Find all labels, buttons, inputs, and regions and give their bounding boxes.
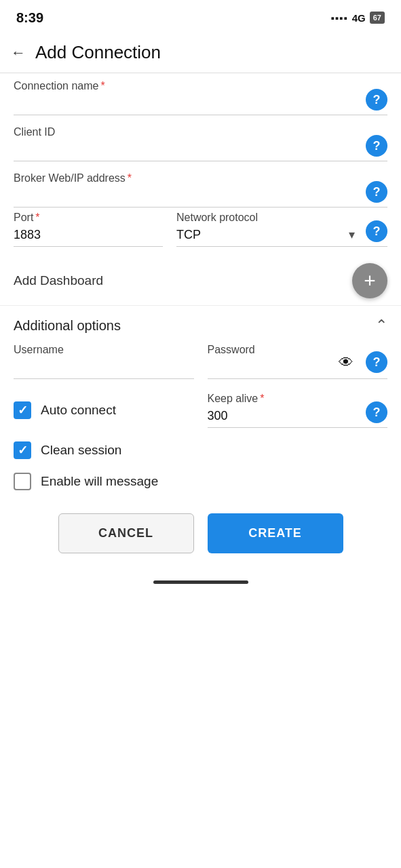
cancel-button[interactable]: CANCEL [58,513,194,553]
port-input[interactable] [14,226,163,243]
network-protocol-label: Network protocol [176,212,345,224]
home-bar [153,580,248,584]
signal-icon: ▪▪▪▪ [330,12,347,24]
auto-connect-label: Auto connect [41,403,116,418]
network-protocol-help-button[interactable]: ? [366,220,387,242]
header: ← Add Connection [0,33,401,73]
enable-will-message-checkbox[interactable] [14,473,31,490]
broker-address-label: Broker Web/IP address* [14,172,359,184]
password-field: Password 👁 ? [208,344,388,379]
auto-connect-checkbox[interactable]: ✓ [14,401,31,419]
keep-alive-help-button[interactable]: ? [366,401,387,423]
status-time: 8:39 [16,10,43,26]
password-visibility-toggle-icon[interactable]: 👁 [339,354,354,372]
add-dashboard-label: Add Dashboard [14,273,103,288]
password-label: Password [208,344,337,356]
client-id-field: Client ID ? [14,119,387,161]
create-button[interactable]: CREATE [208,513,343,553]
additional-options-chevron-up-icon[interactable]: ⌃ [375,317,387,334]
username-field: Username [14,344,194,379]
clean-session-check-icon: ✓ [18,443,28,458]
page-title: Add Connection [35,42,161,63]
username-password-row: Username Password 👁 ? [0,344,401,383]
add-dashboard-row: Add Dashboard + [14,251,387,305]
username-label: Username [14,344,194,356]
back-button[interactable]: ← [11,45,26,60]
client-id-input[interactable] [14,141,359,158]
port-network-row: Port* Network protocol TCP ▾ ? [14,212,387,247]
required-star: * [100,80,104,92]
port-label: Port* [14,212,163,224]
home-indicator [0,574,401,593]
username-input[interactable] [14,359,194,376]
auto-connect-col: ✓ Auto connect [14,401,194,419]
add-dashboard-button[interactable]: + [352,263,387,298]
network-type: 4G [352,12,366,24]
additional-options-header[interactable]: Additional options ⌃ [0,305,401,344]
status-icons: ▪▪▪▪ 4G 67 [330,12,385,24]
password-help-button[interactable]: ? [366,351,387,373]
broker-address-field: Broker Web/IP address* ? [14,165,387,208]
broker-required-star: * [128,172,132,184]
password-input[interactable] [208,359,337,376]
auto-connect-check-icon: ✓ [18,403,28,418]
connection-name-input[interactable] [14,95,359,112]
port-field: Port* [14,212,163,247]
clean-session-checkbox[interactable]: ✓ [14,441,31,459]
client-id-help-button[interactable]: ? [366,135,387,157]
action-buttons-row: CANCEL CREATE [0,502,401,574]
connection-name-help-button[interactable]: ? [366,89,387,111]
keep-alive-label: Keep alive* [208,393,360,405]
broker-address-input[interactable] [14,187,359,204]
enable-will-message-row: Enable will message [0,466,401,502]
form-section: Connection name* ? Client ID ? Broker We… [0,73,401,305]
auto-connect-keep-alive-row: ✓ Auto connect Keep alive* ? [0,383,401,435]
keep-alive-input[interactable] [208,408,360,425]
client-id-label: Client ID [14,126,359,138]
battery-icon: 67 [370,12,385,24]
additional-options-label: Additional options [14,318,121,334]
clean-session-row: ✓ Clean session [0,435,401,466]
broker-address-help-button[interactable]: ? [366,181,387,203]
status-bar: 8:39 ▪▪▪▪ 4G 67 [0,0,401,33]
network-protocol-dropdown-arrow[interactable]: ▾ [349,227,355,242]
network-protocol-field: Network protocol TCP ▾ ? [176,212,387,247]
clean-session-label: Clean session [41,443,121,458]
enable-will-message-label: Enable will message [41,474,158,489]
network-protocol-value: TCP [176,226,345,243]
connection-name-label: Connection name* [14,80,359,92]
connection-name-field: Connection name* ? [14,73,387,115]
keep-alive-field: Keep alive* ? [208,393,388,428]
